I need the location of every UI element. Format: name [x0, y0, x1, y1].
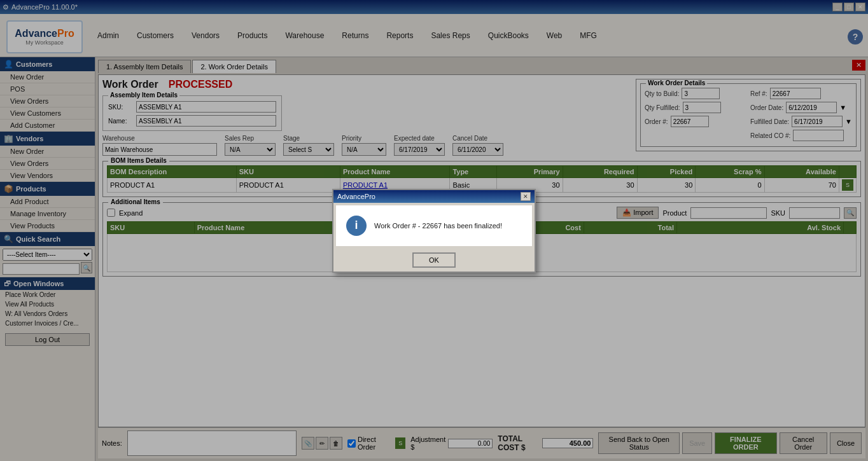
modal-body: i Work Order # - 22667 has been finalize…: [336, 205, 532, 246]
modal-dialog: AdvancePro ✕ i Work Order # - 22667 has …: [332, 189, 536, 273]
modal-footer: OK: [333, 249, 535, 272]
modal-info-icon: i: [346, 216, 367, 236]
modal-close-button[interactable]: ✕: [521, 192, 531, 201]
modal-overlay: AdvancePro ✕ i Work Order # - 22667 has …: [0, 0, 868, 461]
modal-titlebar: AdvancePro ✕: [333, 190, 535, 203]
modal-message: Work Order # - 22667 has been finalized!: [374, 222, 502, 230]
modal-title: AdvancePro: [337, 193, 375, 200]
modal-ok-button[interactable]: OK: [412, 252, 456, 268]
